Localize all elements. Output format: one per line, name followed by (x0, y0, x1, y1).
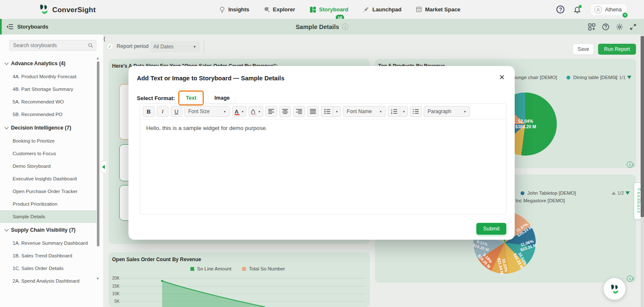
nav-market-space[interactable]: Market Space (416, 6, 460, 13)
italic-button[interactable]: I (157, 106, 168, 117)
save-button[interactable]: Save (573, 44, 594, 55)
notification-dot (579, 5, 582, 8)
tree-item[interactable]: Customers to Focus (0, 147, 96, 160)
tree-item[interactable]: 5A. Recommended WO (0, 95, 96, 108)
caret-down-icon: ▼ (193, 45, 196, 49)
pager-down-icon[interactable] (627, 76, 631, 79)
editor-textarea[interactable]: Hello, this is a sample widget for demo … (140, 119, 506, 214)
tree-item[interactable]: 1A. Revenue Summary Dashboard (0, 237, 96, 249)
tree-item[interactable]: 2A. Spend Analysis Dashboard (0, 275, 96, 287)
group-advance-analytics[interactable]: Advance Analytics (4) (0, 56, 96, 70)
help-icon[interactable]: ? (556, 5, 564, 13)
justify-button[interactable] (307, 106, 319, 117)
report-period-check-icon[interactable]: ✓ (107, 43, 113, 50)
nav-insights[interactable]: Insights (219, 6, 249, 13)
settings-gear-icon[interactable] (616, 23, 623, 31)
format-text-button[interactable]: Text (180, 93, 202, 103)
app-root: ConverSight Insights Explorer (0, 0, 644, 307)
font-name-select[interactable]: Font Name▼ (343, 106, 386, 117)
page-title-wrap: Sample Details i (0, 19, 644, 34)
resize-corner[interactable] (631, 277, 634, 280)
avatar-icon (594, 6, 602, 13)
y-tick: 5K (109, 299, 120, 304)
numbered-list-caret[interactable]: ▼ (400, 106, 408, 117)
scroll-down-arrow[interactable]: ▼ (96, 277, 99, 281)
pager-text: 1/1 (619, 75, 625, 80)
nav-storyboard[interactable]: Storyboard 18 (310, 6, 348, 13)
format-image-button[interactable]: Image (209, 93, 235, 103)
bullet-list-button[interactable] (321, 106, 333, 117)
athena-fab-button[interactable] (604, 278, 625, 300)
tree-item[interactable]: 4B. Part Shortage Summary (0, 83, 96, 95)
user-menu[interactable]: Athena ▼ (590, 3, 627, 16)
bold-button[interactable]: B (143, 106, 155, 117)
storyboard-search[interactable] (9, 40, 96, 51)
highlight-color-button[interactable]: ▼ (249, 106, 263, 117)
page-info-icon[interactable]: i (342, 24, 348, 30)
expand-icon[interactable] (630, 24, 636, 30)
font-size-select[interactable]: Font Size▼ (184, 106, 230, 117)
pager-up-icon[interactable] (613, 76, 617, 79)
storyboard-tree: Advance Analytics (4) 4A. Product Monthl… (0, 56, 96, 287)
legend-label: Inc Megastore [DEMO] (516, 198, 565, 203)
legend-label: Total So Number (249, 266, 285, 271)
underline-button[interactable]: U (171, 106, 182, 117)
page-title: Sample Details (296, 24, 339, 30)
top-bar: ConverSight Insights Explorer (0, 0, 644, 19)
legend-total-so-number[interactable]: Total So Number (242, 266, 285, 271)
check-list-button[interactable] (410, 106, 422, 117)
legend-inc-megastore[interactable]: Inc Megastore [DEMO] (509, 198, 565, 203)
resize-corner[interactable] (631, 163, 634, 166)
nav-label: Market Space (425, 6, 460, 13)
group-decision-intelligence[interactable]: Decision Intelligence (7) (0, 121, 96, 135)
tree-item[interactable]: 1B. Sales Trend Dashboard (0, 249, 96, 262)
legend-so-line-amount[interactable]: So Line Amount (190, 266, 231, 271)
nav-label: Insights (228, 6, 249, 13)
area-line-chart[interactable] (120, 275, 366, 307)
align-left-button[interactable] (265, 106, 277, 117)
search-input[interactable] (10, 42, 88, 48)
tree-item[interactable]: 5B. Recommended PO (0, 108, 96, 121)
logo-text: ConverSight (52, 6, 96, 14)
align-center-button[interactable] (279, 106, 291, 117)
tree-item[interactable]: Demo Storyboard (0, 160, 96, 172)
divider (204, 40, 204, 53)
run-report-button[interactable]: Run Report (598, 44, 636, 55)
legend-john-tabletop[interactable]: John Tabletop [DEMO] (521, 191, 576, 196)
paragraph-select[interactable]: Paragraph▼ (424, 106, 470, 117)
market-space-store-icon (416, 6, 422, 13)
main-scrollbar-thumb[interactable] (641, 36, 644, 217)
sidebar-collapse-handle[interactable] (100, 161, 106, 173)
pager-up-icon[interactable] (612, 191, 616, 195)
highlight-underline (251, 114, 256, 115)
top5-pager: 1/1 (613, 75, 631, 80)
nav-explorer[interactable]: Explorer (264, 6, 295, 13)
notifications-button[interactable] (574, 6, 581, 13)
tree-item[interactable]: Booking to Priortize (0, 135, 96, 147)
font-color-button[interactable]: A ▼ (232, 106, 246, 117)
legend-label: Lounge chair [DEMO] (510, 75, 557, 80)
paragraph-value: Paragraph (428, 109, 451, 114)
report-period-select[interactable]: All Dates ▼ (150, 41, 200, 52)
help-circle-icon[interactable] (602, 23, 609, 31)
submit-button[interactable]: Submit (476, 223, 506, 235)
numbered-list-button[interactable] (388, 106, 400, 117)
pager-down-icon[interactable] (625, 191, 630, 195)
legend-dining-table[interactable]: Dining table [DEMO] (567, 75, 617, 80)
group-supply-chain-visibility[interactable]: Supply Chain Visibility (7) (0, 223, 96, 237)
tree-item[interactable]: Executive Insights Dashboard (0, 172, 96, 185)
y-tick: 15K (109, 284, 120, 288)
tree-item[interactable]: Open Purchase Order Tracker (0, 185, 96, 198)
close-icon[interactable]: × (499, 73, 505, 82)
add-widget-icon[interactable] (588, 23, 596, 31)
sidebar-scrollbar-thumb[interactable] (97, 61, 99, 246)
conversight-logo[interactable]: ConverSight (38, 3, 96, 16)
align-right-button[interactable] (293, 106, 305, 117)
tree-item[interactable]: 4A. Product Monthly Forecast (0, 70, 96, 83)
tree-item-selected[interactable]: Sample Details (0, 210, 96, 223)
nav-launchpad[interactable]: Launchpad (363, 6, 401, 13)
tree-item[interactable]: Product Prioritization (0, 198, 96, 210)
bullet-list-caret[interactable]: ▼ (333, 106, 341, 117)
tree-item[interactable]: 1C. Sales Order Details (0, 262, 96, 275)
scroll-up-arrow[interactable]: ▲ (96, 56, 99, 60)
